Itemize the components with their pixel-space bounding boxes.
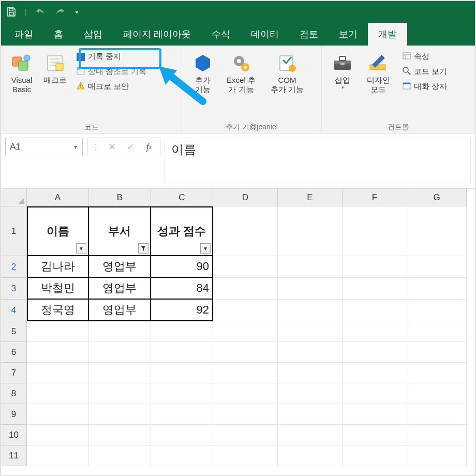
macros-button[interactable]: 매크로 <box>39 49 70 87</box>
insert-control-button[interactable]: 삽입 ▾ <box>327 49 358 93</box>
filter-active-icon[interactable] <box>138 243 148 254</box>
row-header[interactable]: 7 <box>1 363 27 383</box>
save-icon[interactable] <box>5 6 18 18</box>
cell[interactable] <box>213 342 278 363</box>
cell[interactable] <box>89 445 151 466</box>
cell[interactable]: 영업부 <box>89 256 151 278</box>
properties-button[interactable]: 속성 <box>400 51 449 63</box>
cell[interactable]: 영업부 <box>89 278 151 300</box>
cell[interactable] <box>343 300 407 321</box>
cell[interactable] <box>27 321 89 342</box>
row-header[interactable]: 10 <box>1 425 27 445</box>
column-header[interactable]: A <box>27 189 89 206</box>
cell[interactable] <box>27 363 89 383</box>
cell[interactable] <box>89 363 151 383</box>
cell[interactable] <box>278 321 343 342</box>
enter-icon[interactable]: ✓ <box>122 140 139 154</box>
cell[interactable] <box>89 404 151 425</box>
cell[interactable]: 정국영 <box>27 300 89 321</box>
cell[interactable] <box>151 363 213 383</box>
cell[interactable] <box>27 425 89 445</box>
com-addins-button[interactable]: COM 추가 기능 <box>264 49 310 96</box>
customize-qat-icon[interactable]: ▾ <box>73 6 81 18</box>
row-header[interactable]: 3 <box>1 278 27 300</box>
cell[interactable]: 박철민 <box>27 278 89 300</box>
cell[interactable] <box>213 363 278 383</box>
cell[interactable] <box>343 425 407 445</box>
cell[interactable] <box>407 321 467 342</box>
row-header[interactable]: 6 <box>1 342 27 363</box>
cell[interactable] <box>89 321 151 342</box>
select-all-corner[interactable] <box>1 189 27 206</box>
cell[interactable] <box>343 321 407 342</box>
run-dialog-button[interactable]: 대화 상자 <box>400 81 449 93</box>
cell[interactable] <box>343 445 407 466</box>
cancel-icon[interactable]: ✕ <box>103 140 121 154</box>
tab-formulas[interactable]: 수식 <box>201 23 241 46</box>
cell[interactable] <box>407 342 467 363</box>
tab-insert[interactable]: 삽입 <box>73 23 113 46</box>
cell[interactable] <box>27 342 89 363</box>
macro-security-button[interactable]: ! 매크로 보안 <box>75 81 148 93</box>
row-header[interactable]: 2 <box>1 256 27 278</box>
name-box-dropdown-icon[interactable]: ▼ <box>73 144 78 150</box>
cell[interactable]: 90 <box>151 256 213 278</box>
cell[interactable] <box>27 404 89 425</box>
cell[interactable] <box>278 300 343 321</box>
cell[interactable] <box>343 404 407 425</box>
cell[interactable] <box>278 206 343 256</box>
cell[interactable]: 이름▼ <box>27 206 89 256</box>
cell[interactable]: 영업부 <box>89 300 151 321</box>
cell[interactable] <box>343 256 407 278</box>
tab-developer[interactable]: 개발 <box>368 23 407 46</box>
cell[interactable] <box>151 445 213 466</box>
fx-icon[interactable]: fx <box>140 140 158 154</box>
cell[interactable] <box>278 383 343 404</box>
cell[interactable] <box>407 383 467 404</box>
cell[interactable] <box>213 321 278 342</box>
cell[interactable] <box>278 278 343 300</box>
cell[interactable] <box>407 300 467 321</box>
cell[interactable] <box>213 300 278 321</box>
cell[interactable] <box>278 363 343 383</box>
cell[interactable] <box>407 404 467 425</box>
row-header[interactable]: 9 <box>1 404 27 425</box>
cell[interactable] <box>278 256 343 278</box>
cell[interactable]: 김나라 <box>27 256 89 278</box>
cell[interactable] <box>89 342 151 363</box>
cell[interactable] <box>407 278 467 300</box>
cell[interactable] <box>343 206 407 256</box>
cell[interactable] <box>89 425 151 445</box>
cell[interactable]: 92 <box>151 300 213 321</box>
cell[interactable] <box>151 321 213 342</box>
tab-data[interactable]: 데이터 <box>241 23 289 46</box>
undo-icon[interactable] <box>34 6 47 18</box>
tab-home[interactable]: 홈 <box>43 23 73 46</box>
cell[interactable] <box>213 206 278 256</box>
stop-recording-button[interactable]: 기록 중지 <box>75 51 148 63</box>
cell[interactable] <box>213 383 278 404</box>
cell[interactable] <box>151 342 213 363</box>
cell[interactable] <box>407 425 467 445</box>
row-header[interactable]: 4 <box>1 300 27 321</box>
tab-review[interactable]: 검토 <box>289 23 329 46</box>
redo-icon[interactable] <box>54 6 66 18</box>
cell[interactable] <box>343 278 407 300</box>
cell[interactable] <box>151 404 213 425</box>
cell[interactable] <box>213 256 278 278</box>
cell[interactable]: 성과 점수▼ <box>151 206 213 256</box>
row-header[interactable]: 11 <box>1 445 27 466</box>
cell[interactable] <box>407 445 467 466</box>
cell[interactable] <box>343 383 407 404</box>
addins-button[interactable]: 추가 기능 <box>187 49 218 96</box>
row-header[interactable]: 5 <box>1 321 27 342</box>
cells-area[interactable]: 이름▼부서성과 점수▼김나라영업부90박철민영업부84정국영영업부92 <box>27 206 467 466</box>
filter-dropdown-icon[interactable]: ▼ <box>76 243 86 254</box>
formula-input[interactable]: 이름 <box>165 138 471 184</box>
tab-page-layout[interactable]: 페이지 레이아웃 <box>113 23 201 46</box>
cell[interactable] <box>89 383 151 404</box>
cell[interactable] <box>27 383 89 404</box>
visual-basic-button[interactable]: Visual Basic <box>6 49 37 96</box>
cell[interactable]: 84 <box>151 278 213 300</box>
tab-view[interactable]: 보기 <box>329 23 368 46</box>
